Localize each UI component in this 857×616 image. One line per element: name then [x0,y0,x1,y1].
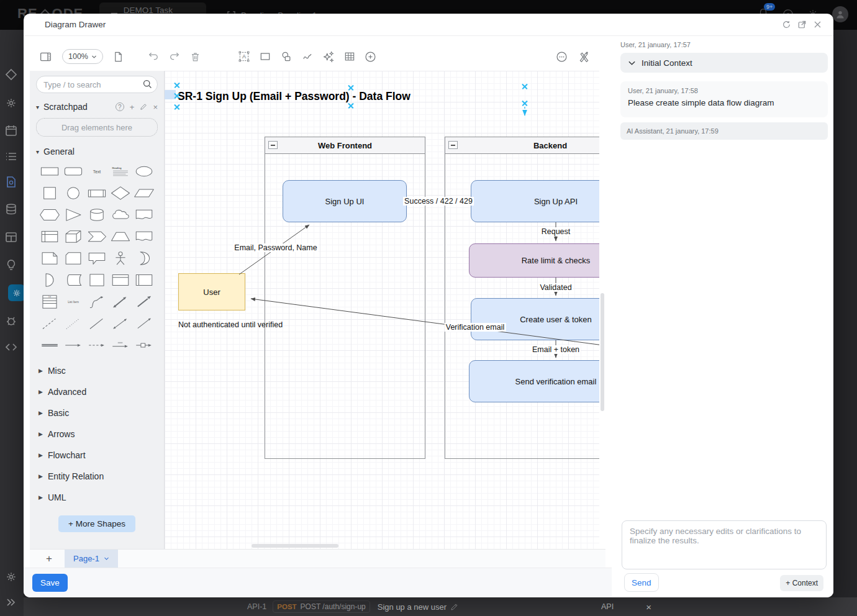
shape-list-item[interactable]: List Item [62,293,84,310]
shape-bidirectional-connector[interactable] [109,315,132,332]
redo-icon[interactable] [166,48,183,65]
initial-context-toggle[interactable]: Initial Context [620,53,828,73]
node-rate-limit[interactable]: Rate limit & checks [469,243,599,278]
vertical-scrollbar-track[interactable] [599,71,605,549]
page-tab[interactable]: Page-1 [65,550,118,568]
shape-directional-connector[interactable] [133,315,155,332]
section-entity-relation[interactable]: ▶Entity Relation [30,466,164,487]
open-in-new-icon[interactable] [797,20,807,30]
refresh-icon[interactable] [781,20,791,30]
shape-or[interactable] [133,250,155,267]
code-icon[interactable] [5,341,17,353]
collapse-chevrons-icon[interactable] [5,596,17,609]
shape-square[interactable] [39,184,61,202]
active-settings-item[interactable] [8,284,25,301]
shape-label-edge[interactable] [109,337,132,354]
shape-frame[interactable] [109,271,132,289]
page-view-icon[interactable] [111,48,127,65]
add-context-button[interactable]: + Context [780,575,823,591]
text-tool-icon[interactable]: A [236,48,252,65]
insert-plus-icon[interactable] [363,48,379,65]
collapse-icon[interactable] [448,141,458,149]
section-basic[interactable]: ▶Basic [30,402,164,424]
chat-input[interactable] [622,520,827,569]
shape-link[interactable] [39,337,61,354]
list-icon[interactable] [5,150,17,163]
shape-triangle[interactable] [62,206,84,224]
calendar-icon[interactable] [5,124,17,137]
shape-curve[interactable] [86,293,108,310]
edit-tools-icon[interactable] [576,48,592,65]
shape-actor[interactable] [109,250,132,267]
zoom-dropdown[interactable]: 100% [62,49,103,64]
shape-heading[interactable]: Heading [109,163,132,180]
bug-icon[interactable] [5,315,17,327]
shape-connector-edge[interactable] [133,337,155,354]
shape-arrow[interactable] [133,293,155,310]
workspace-diamond-icon[interactable] [5,68,17,81]
node-user[interactable]: User [178,273,245,310]
shape-bidirectional-arrow[interactable] [109,293,132,310]
edge-label-validated[interactable]: Validated [538,283,573,292]
ai-sparkles-icon[interactable] [320,48,337,65]
layout-icon[interactable] [5,231,17,243]
section-advanced[interactable]: ▶Advanced [30,381,164,402]
edge-label-request[interactable]: Request [540,227,572,236]
collapse-icon[interactable] [268,141,278,149]
scratchpad-edit-icon[interactable] [140,103,147,111]
toggle-panel-icon[interactable] [37,48,53,65]
shape-document[interactable] [133,206,155,224]
scratchpad-header[interactable]: ▾ Scratchpad ? + × [36,102,158,112]
scratchpad-dropzone[interactable]: Drag elements here [36,118,158,137]
section-arrows[interactable]: ▶Arrows [30,424,164,445]
horizontal-scrollbar[interactable] [252,544,338,548]
shape-line[interactable] [86,315,108,332]
shape-cube[interactable] [62,228,84,245]
shape-note[interactable] [39,250,61,267]
shape-dashed-edge[interactable] [86,337,108,354]
document-icon[interactable] [5,176,17,188]
drawer-close-icon[interactable]: × [646,602,651,612]
add-page-button[interactable]: + [41,553,57,565]
more-options-icon[interactable] [553,48,569,65]
shape-trapezoid[interactable] [109,228,132,245]
section-uml[interactable]: ▶UML [30,487,164,508]
send-button[interactable]: Send [624,573,659,592]
sidebar-gear-icon[interactable] [5,97,17,109]
edge-label-verification[interactable]: Verification email [445,323,506,332]
shape-dashed-line[interactable] [39,315,61,332]
lightbulb-icon[interactable] [5,259,17,271]
shape-data-storage[interactable] [62,271,84,289]
undo-icon[interactable] [145,48,161,65]
shape-list[interactable]: List [39,293,61,310]
table-tool-icon[interactable] [342,48,358,65]
shape-internal-storage[interactable] [39,228,61,245]
shape-container[interactable] [86,271,108,289]
close-icon[interactable] [812,20,822,30]
shape-process[interactable] [86,184,108,202]
shape-step[interactable] [86,228,108,245]
edge-label-success[interactable]: Success / 422 / 429 [403,197,474,206]
edge-label-email-token[interactable]: Email + token [531,345,581,354]
shape-circle[interactable] [62,184,84,202]
shape-ellipse[interactable] [133,163,155,180]
shape-rectangle[interactable] [39,163,61,180]
edit-pencil-icon[interactable] [450,603,458,611]
vertical-scrollbar[interactable] [601,293,604,411]
database-icon[interactable] [5,203,17,215]
user-avatar[interactable] [832,6,848,22]
shape-hexagon[interactable] [39,206,61,224]
section-flowchart[interactable]: ▶Flowchart [30,445,164,466]
shape-diamond[interactable] [109,184,132,202]
shape-dotted-line[interactable] [62,315,84,332]
scratchpad-help-icon[interactable]: ? [116,102,124,111]
more-shapes-button[interactable]: + More Shapes [58,515,135,532]
shape-cloud[interactable] [109,206,132,224]
rectangle-tool-icon[interactable] [257,48,273,65]
node-create-user-token[interactable]: Create user & token [471,298,599,340]
shape-text[interactable]: Text [86,163,108,180]
shape-horizontal-container[interactable] [133,271,155,289]
shape-tape[interactable] [133,228,155,245]
save-button[interactable]: Save [32,574,68,592]
shape-card[interactable] [62,250,84,267]
